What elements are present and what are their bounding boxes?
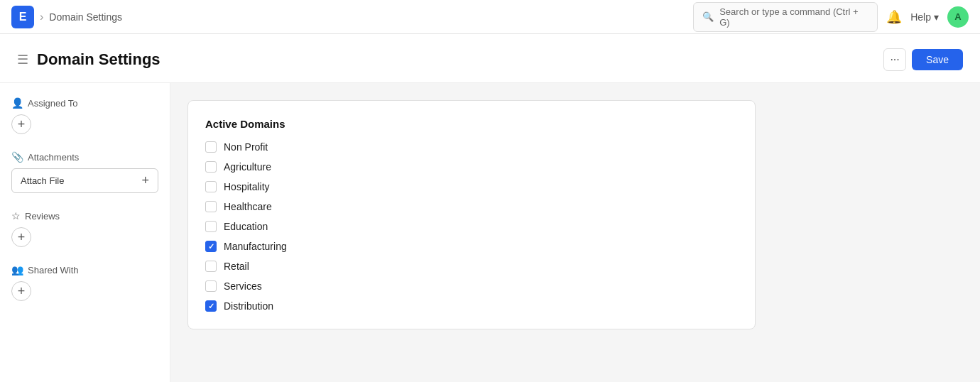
content-area: Active Domains Non ProfitAgricultureHosp… xyxy=(170,83,980,382)
page-title-area: ☰ Domain Settings xyxy=(17,50,160,69)
domain-checkbox[interactable] xyxy=(205,201,217,212)
domain-checkbox[interactable] xyxy=(205,221,217,232)
domain-item: Healthcare xyxy=(205,201,738,212)
domain-item: Manufacturing xyxy=(205,241,738,252)
domain-checkbox[interactable] xyxy=(205,241,217,252)
star-icon: ☆ xyxy=(11,210,21,222)
save-button[interactable]: Save xyxy=(912,49,963,70)
attach-file-label: Attach File xyxy=(21,175,64,186)
domain-item: Agriculture xyxy=(205,161,738,173)
people-icon: 👥 xyxy=(11,264,23,275)
domain-label: Agriculture xyxy=(224,161,271,173)
assigned-to-title: 👤 Assigned To xyxy=(11,97,158,109)
active-domains-title: Active Domains xyxy=(205,118,738,130)
domain-checkbox[interactable] xyxy=(205,181,217,192)
main-body: 👤 Assigned To + 📎 Attachments Attach Fil… xyxy=(0,83,980,382)
paperclip-icon: 📎 xyxy=(11,151,23,163)
domain-label: Hospitality xyxy=(224,181,270,192)
person-icon: 👤 xyxy=(11,97,23,109)
assigned-to-add-button[interactable]: + xyxy=(11,114,31,134)
attach-plus-icon: + xyxy=(141,173,149,188)
attach-file-button[interactable]: Attach File + xyxy=(11,168,158,193)
domain-item: Non Profit xyxy=(205,141,738,153)
domain-label: Services xyxy=(224,280,262,292)
page-actions: ··· Save xyxy=(883,48,963,71)
domain-checkbox[interactable] xyxy=(205,261,217,272)
more-options-button[interactable]: ··· xyxy=(883,48,906,71)
search-placeholder: Search or type a command (Ctrl + G) xyxy=(719,6,869,28)
domain-item: Distribution xyxy=(205,300,738,312)
topnav-right: 🔍 Search or type a command (Ctrl + G) 🔔 … xyxy=(693,2,969,32)
sidebar-section-attachments: 📎 Attachments Attach File + xyxy=(11,151,158,193)
page-title: Domain Settings xyxy=(37,50,160,69)
attachments-label: Attachments xyxy=(28,152,79,163)
topnav: E › Domain Settings 🔍 Search or type a c… xyxy=(0,0,980,34)
shared-with-label: Shared With xyxy=(28,265,79,275)
domain-label: Education xyxy=(224,221,268,232)
domain-list: Non ProfitAgricultureHospitalityHealthca… xyxy=(205,141,738,312)
sidebar-section-assigned-to: 👤 Assigned To + xyxy=(11,97,158,134)
active-domains-card: Active Domains Non ProfitAgricultureHosp… xyxy=(187,100,756,329)
domain-label: Manufacturing xyxy=(224,241,287,252)
sidebar-section-shared-with: 👥 Shared With + xyxy=(11,264,158,301)
page: ☰ Domain Settings ··· Save 👤 Assigned To… xyxy=(0,34,980,382)
assigned-to-label: Assigned To xyxy=(28,98,78,109)
breadcrumb-separator: › xyxy=(40,11,43,23)
domain-item: Hospitality xyxy=(205,181,738,192)
domain-label: Healthcare xyxy=(224,201,272,212)
notification-bell-icon[interactable]: 🔔 xyxy=(886,9,902,25)
domain-checkbox[interactable] xyxy=(205,161,217,173)
search-bar[interactable]: 🔍 Search or type a command (Ctrl + G) xyxy=(693,2,878,32)
sidebar-section-reviews: ☆ Reviews + xyxy=(11,210,158,247)
help-button[interactable]: Help ▾ xyxy=(910,11,939,23)
domain-item: Education xyxy=(205,221,738,232)
sidebar: 👤 Assigned To + 📎 Attachments Attach Fil… xyxy=(0,83,170,382)
chevron-down-icon: ▾ xyxy=(934,11,939,23)
topnav-left: E › Domain Settings xyxy=(11,6,122,28)
reviews-add-button[interactable]: + xyxy=(11,227,31,247)
domain-item: Services xyxy=(205,280,738,292)
reviews-title: ☆ Reviews xyxy=(11,210,158,222)
page-header: ☰ Domain Settings ··· Save xyxy=(0,34,980,83)
help-label: Help xyxy=(910,11,931,23)
avatar[interactable]: A xyxy=(947,6,969,28)
domain-item: Retail xyxy=(205,261,738,272)
domain-checkbox[interactable] xyxy=(205,141,217,153)
hamburger-icon: ☰ xyxy=(17,52,28,67)
breadcrumb-label: Domain Settings xyxy=(49,11,122,23)
attachments-title: 📎 Attachments xyxy=(11,151,158,163)
domain-checkbox[interactable] xyxy=(205,300,217,312)
search-icon: 🔍 xyxy=(702,11,714,22)
shared-with-title: 👥 Shared With xyxy=(11,264,158,275)
domain-checkbox[interactable] xyxy=(205,280,217,292)
app-icon: E xyxy=(11,6,34,28)
domain-label: Retail xyxy=(224,261,249,272)
domain-label: Distribution xyxy=(224,300,273,312)
domain-label: Non Profit xyxy=(224,141,268,153)
shared-with-add-button[interactable]: + xyxy=(11,281,31,301)
reviews-label: Reviews xyxy=(25,211,60,222)
